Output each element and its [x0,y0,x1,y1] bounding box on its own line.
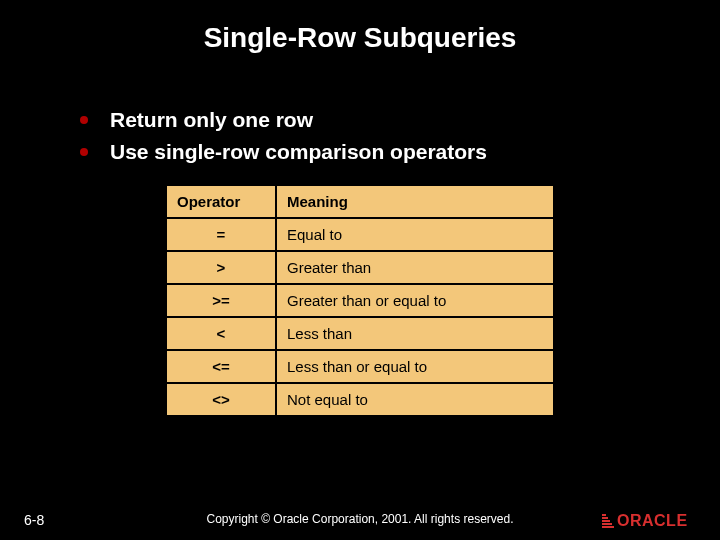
oracle-logo: ORACLE [602,510,702,532]
table-row: <> Not equal to [166,383,554,416]
cell-meaning: Less than [276,317,554,350]
bullet-text: Return only one row [110,108,313,132]
logo-bars-icon [602,514,614,528]
page-number: 6-8 [24,512,44,528]
cell-meaning: Equal to [276,218,554,251]
list-item: Use single-row comparison operators [80,140,720,164]
bullet-list: Return only one row Use single-row compa… [80,108,720,164]
bullet-icon [80,148,88,156]
cell-meaning: Not equal to [276,383,554,416]
table-row: >= Greater than or equal to [166,284,554,317]
table-row: > Greater than [166,251,554,284]
header-meaning: Meaning [276,185,554,218]
slide: Single-Row Subqueries Return only one ro… [0,0,720,540]
cell-operator: >= [166,284,276,317]
table-row: < Less than [166,317,554,350]
table-header-row: Operator Meaning [166,185,554,218]
bullet-text: Use single-row comparison operators [110,140,487,164]
slide-title: Single-Row Subqueries [0,0,720,54]
table-row: <= Less than or equal to [166,350,554,383]
cell-operator: = [166,218,276,251]
cell-meaning: Greater than [276,251,554,284]
cell-operator: < [166,317,276,350]
list-item: Return only one row [80,108,720,132]
footer: 6-8 Copyright © Oracle Corporation, 2001… [0,506,720,532]
cell-operator: <= [166,350,276,383]
operators-table: Operator Meaning = Equal to > Greater th… [165,184,555,417]
table-row: = Equal to [166,218,554,251]
bullet-icon [80,116,88,124]
cell-operator: > [166,251,276,284]
logo-text: ORACLE [617,512,688,530]
cell-meaning: Greater than or equal to [276,284,554,317]
cell-operator: <> [166,383,276,416]
cell-meaning: Less than or equal to [276,350,554,383]
header-operator: Operator [166,185,276,218]
